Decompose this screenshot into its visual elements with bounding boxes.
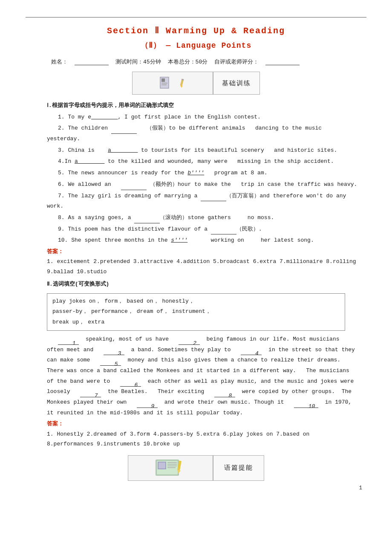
section-icon-box: [132, 72, 213, 95]
book-icon: [159, 75, 175, 91]
blank-p1: 1: [58, 338, 79, 345]
blank-6: [121, 184, 147, 190]
answer-ii-label: 答案：: [47, 421, 63, 427]
section-label-box: 基础训练: [213, 72, 260, 95]
section-box-wrapper: 基础训练: [26, 72, 366, 95]
blank-p6: 6: [120, 380, 141, 387]
exercise-2: 2. The children （假装）to be different anim…: [47, 123, 358, 144]
bottom-label: 语篇提能: [224, 464, 253, 472]
section-label: 基础训练: [222, 79, 251, 87]
svg-rect-3: [161, 83, 167, 84]
blank-p7: 7: [80, 391, 101, 397]
vocab-box: play jokes on， form， based on， honestly，…: [47, 293, 345, 331]
answer-i-text: 1. excitement 2.pretended 3.attractive 4…: [47, 258, 356, 275]
blank-p3: 3: [104, 349, 124, 355]
vocab-line-3: break up， extra: [52, 319, 104, 325]
name-field[interactable]: [75, 58, 109, 65]
svg-rect-11: [159, 462, 165, 468]
blank-p2: 2: [179, 338, 199, 345]
answer-i-label: 答案：: [47, 249, 63, 255]
bottom-label-area: 语篇提能: [213, 455, 264, 481]
section-icon-img: [159, 75, 186, 91]
bottom-icon-area: [128, 455, 213, 481]
exercise-8: 8. As a saying goes, a （滚动的）stone gather…: [47, 213, 358, 223]
svg-marker-6: [180, 86, 183, 88]
section-ii-block: Ⅱ.选词填空(可变换形式): [26, 279, 366, 290]
exercise-6: 6. We allowed an （额外的）hour to make the t…: [47, 179, 358, 190]
blank-10: s'''': [171, 237, 187, 243]
exercise-10: 10. She spent three months in the s'''' …: [47, 235, 358, 246]
time-label: 测试时间：45分钟: [115, 58, 161, 66]
blank-4: a________: [75, 158, 104, 165]
blank-p5: 5: [100, 359, 121, 366]
exercise-3: 3. China is a________ to tourists for it…: [47, 145, 358, 156]
score-field[interactable]: [265, 58, 300, 65]
blank-p8: 8: [214, 391, 235, 397]
exercise-7: 7. The lazy girl is dreaming of marrying…: [47, 191, 358, 212]
exercise-4: 4.In a________ to the killed and wounded…: [47, 156, 358, 167]
main-title: Section Ⅱ Warming Up & Reading: [26, 25, 366, 36]
exercise-1: 1. To my e________, I got first place in…: [47, 112, 358, 123]
info-row: 姓名： 测试时间：45分钟 本卷总分：50分 自评或老师评分：: [26, 58, 366, 66]
page-number: 1: [26, 485, 366, 491]
name-label: 姓名：: [51, 58, 68, 66]
vocab-line-2: passer-by， performance， dream of， instru…: [52, 308, 211, 315]
blank-1: ________: [91, 114, 118, 120]
blank-5: b'''': [187, 170, 204, 176]
passage-ii-block: 1 speaking, most of us have 2 being famo…: [26, 334, 366, 419]
total-label: 本卷总分：50分: [168, 58, 208, 66]
exercise-9: 9. This poem has the distinctive flavour…: [47, 224, 358, 235]
passage-ii-text: 1 speaking, most of us have 2 being famo…: [47, 334, 358, 419]
answer-ii-block: 答案： 1. Honestly 2.dreamed of 3.form 4.pa…: [26, 419, 366, 449]
svg-rect-2: [161, 78, 165, 82]
blank-3: a________: [108, 147, 138, 153]
exercise-5: 5. The news announcer is ready for the b…: [47, 168, 358, 179]
blank-p9: 9: [137, 402, 158, 408]
top-divider: [26, 17, 366, 17]
blank-p10: 10: [294, 402, 318, 408]
answer-ii-text: 1. Honestly 2.dreamed of 3.form 4.passer…: [47, 431, 309, 447]
blank-8: [134, 217, 160, 223]
section-ii-title: Ⅱ.选词填空(可变换形式): [47, 281, 109, 287]
blank-2: [111, 127, 137, 134]
svg-rect-4: [161, 84, 167, 85]
section-i-title: Ⅰ.根据首字母或括号内提示，用单词的正确形式填空: [47, 102, 174, 109]
blank-9: [211, 228, 236, 234]
vocab-line-1: play jokes on， form， based on， honestly，: [52, 298, 194, 304]
score-label: 自评或老师评分：: [214, 58, 259, 66]
section-i-block: Ⅰ.根据首字母或括号内提示，用单词的正确形式填空 1. To my e_____…: [26, 101, 366, 246]
answer-i-block: 答案： 1. excitement 2.pretended 3.attracti…: [26, 247, 366, 277]
pencil-icon: [177, 78, 186, 88]
bottom-section-box: 语篇提能: [26, 455, 366, 481]
bottom-book-icon: [153, 457, 187, 479]
blank-7: [201, 195, 226, 201]
sub-title: （Ⅱ） — Language Points: [26, 40, 366, 50]
blank-p4: 4: [241, 349, 262, 355]
